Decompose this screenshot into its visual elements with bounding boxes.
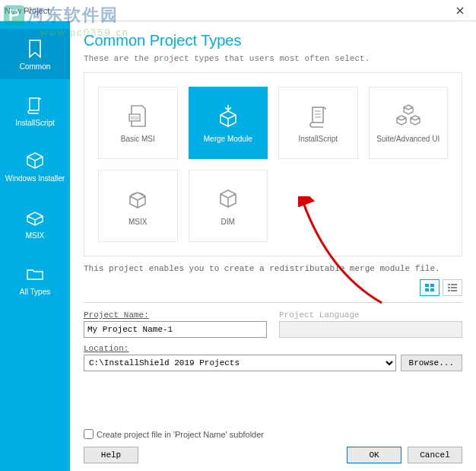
open-box-icon	[122, 186, 153, 213]
sidebar-item-label: Common	[20, 62, 51, 71]
cube-icon	[213, 186, 243, 213]
tile-label: InstallScript	[298, 135, 338, 143]
tile-merge-module[interactable]: Merge Module	[189, 87, 268, 159]
svg-rect-4	[425, 284, 429, 287]
grid-icon	[424, 283, 435, 292]
sidebar-item-label: MSIX	[26, 231, 44, 240]
svg-rect-3	[313, 107, 323, 123]
tile-label: MSIX	[129, 218, 147, 226]
svg-rect-7	[430, 288, 434, 291]
tile-dim[interactable]: DIM	[189, 170, 268, 242]
sidebar-item-label: Windows Installer	[5, 174, 65, 183]
location-select[interactable]: C:\InstallShield 2019 Projects	[84, 355, 396, 371]
svg-rect-9	[451, 284, 457, 285]
sidebar-item-installscript[interactable]: InstallScript	[0, 85, 70, 135]
page-subheading: These are the project types that users m…	[84, 54, 462, 63]
location-label: Location:	[84, 344, 462, 353]
tile-msix[interactable]: MSIX	[98, 170, 178, 242]
msi-file-icon: MSI	[122, 103, 153, 130]
browse-button[interactable]: Browse...	[401, 355, 462, 371]
sidebar-item-label: All Types	[20, 288, 50, 296]
cancel-button[interactable]: Cancel	[408, 447, 462, 463]
project-language-label: Project Language	[279, 310, 462, 320]
view-list-button[interactable]	[443, 279, 462, 296]
tile-suite-advanced-ui[interactable]: Suite/Advanced UI	[369, 87, 449, 159]
tile-installscript[interactable]: InstallScript	[278, 87, 358, 159]
packages-icon	[393, 103, 424, 130]
view-grid-button[interactable]	[420, 279, 440, 296]
scroll-icon	[303, 103, 333, 130]
project-description: This project enables you to create a red…	[84, 264, 462, 273]
project-name-label: Project Name:	[84, 310, 267, 320]
tile-label: Basic MSI	[121, 135, 155, 143]
package-icon	[24, 150, 46, 171]
folder-icon	[24, 263, 46, 285]
script-icon	[24, 94, 46, 116]
sidebar-item-label: InstallScript	[15, 119, 55, 127]
help-button[interactable]: Help	[84, 447, 138, 463]
box-open-icon	[24, 207, 46, 228]
tile-label: DIM	[221, 218, 235, 226]
category-sidebar: Common InstallScript Windows Installer M…	[0, 21, 70, 471]
svg-rect-12	[448, 290, 450, 291]
ok-button[interactable]: OK	[347, 447, 401, 463]
sidebar-item-msix[interactable]: MSIX	[0, 198, 70, 248]
svg-rect-13	[451, 290, 457, 291]
project-type-grid: MSI Basic MSI Merge Module InstallScript…	[84, 72, 462, 256]
bookmark-icon	[24, 38, 46, 59]
subfolder-checkbox[interactable]	[84, 429, 94, 439]
tile-label: Suite/Advanced UI	[376, 135, 440, 143]
close-button[interactable]	[449, 0, 471, 21]
window-titlebar: New Project	[0, 0, 476, 21]
svg-rect-5	[430, 284, 434, 287]
merge-module-icon	[213, 103, 243, 130]
window-title: New Project	[5, 6, 49, 15]
svg-rect-6	[425, 288, 429, 291]
close-icon	[456, 7, 464, 14]
sidebar-item-windows-installer[interactable]: Windows Installer	[0, 142, 70, 192]
svg-rect-11	[451, 287, 457, 288]
svg-text:MSI: MSI	[131, 116, 139, 120]
tile-label: Merge Module	[204, 135, 252, 143]
subfolder-label: Create project file in 'Project Name' su…	[97, 430, 264, 439]
page-heading: Common Project Types	[84, 32, 462, 49]
divider	[84, 302, 462, 303]
svg-rect-8	[448, 284, 450, 285]
svg-rect-0	[30, 98, 39, 110]
tile-basic-msi[interactable]: MSI Basic MSI	[98, 87, 178, 159]
project-name-input[interactable]	[84, 321, 267, 338]
sidebar-item-all-types[interactable]: All Types	[0, 254, 70, 304]
project-language-select	[279, 321, 462, 338]
sidebar-item-common[interactable]: Common	[0, 29, 70, 79]
subfolder-checkbox-row[interactable]: Create project file in 'Project Name' su…	[84, 429, 462, 439]
svg-rect-10	[448, 287, 450, 288]
list-icon	[447, 283, 458, 292]
